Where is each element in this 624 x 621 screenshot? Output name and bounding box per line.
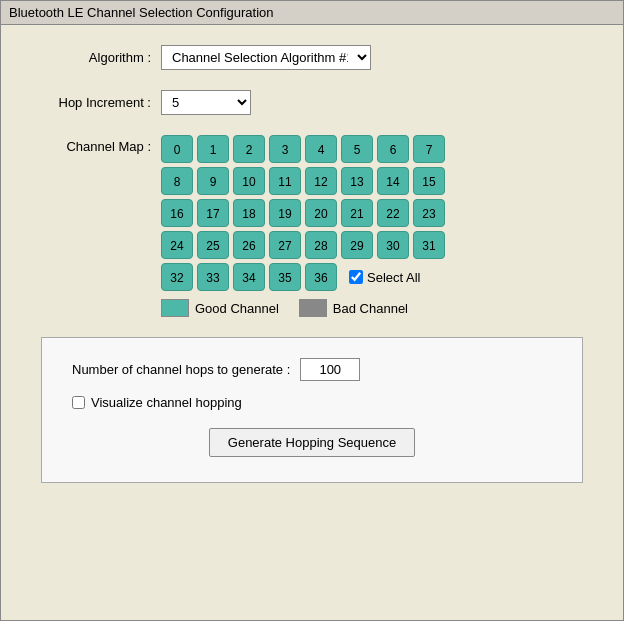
algorithm-label: Algorithm : bbox=[31, 50, 161, 65]
channel-btn-16[interactable]: 16 bbox=[161, 199, 193, 227]
channel-row-1: 8 9 10 11 12 13 14 15 bbox=[161, 167, 445, 195]
channel-btn-22[interactable]: 22 bbox=[377, 199, 409, 227]
channel-btn-36[interactable]: 36 bbox=[305, 263, 337, 291]
generate-button[interactable]: Generate Hopping Sequence bbox=[209, 428, 415, 457]
legend-row: Good Channel Bad Channel bbox=[161, 299, 445, 317]
channel-btn-0[interactable]: 0 bbox=[161, 135, 193, 163]
channel-row-3: 24 25 26 27 28 29 30 31 bbox=[161, 231, 445, 259]
channel-map-area: 0 1 2 3 4 5 6 7 8 9 10 11 bbox=[161, 135, 445, 317]
channel-btn-33[interactable]: 33 bbox=[197, 263, 229, 291]
channel-btn-25[interactable]: 25 bbox=[197, 231, 229, 259]
channel-btn-8[interactable]: 8 bbox=[161, 167, 193, 195]
channel-btn-17[interactable]: 17 bbox=[197, 199, 229, 227]
channel-row-2: 16 17 18 19 20 21 22 23 bbox=[161, 199, 445, 227]
content-area: Algorithm : Channel Selection Algorithm … bbox=[1, 25, 623, 503]
channel-btn-7[interactable]: 7 bbox=[413, 135, 445, 163]
good-channel-legend: Good Channel bbox=[161, 299, 279, 317]
channel-btn-21[interactable]: 21 bbox=[341, 199, 373, 227]
channel-btn-34[interactable]: 34 bbox=[233, 263, 265, 291]
channel-btn-10[interactable]: 10 bbox=[233, 167, 265, 195]
channel-btn-27[interactable]: 27 bbox=[269, 231, 301, 259]
channel-btn-5[interactable]: 5 bbox=[341, 135, 373, 163]
channel-btn-35[interactable]: 35 bbox=[269, 263, 301, 291]
hops-label: Number of channel hops to generate : bbox=[72, 362, 290, 377]
channel-map-row: Channel Map : 0 1 2 3 4 5 6 7 bbox=[31, 135, 593, 317]
visualize-label: Visualize channel hopping bbox=[91, 395, 242, 410]
channel-btn-20[interactable]: 20 bbox=[305, 199, 337, 227]
hops-input[interactable] bbox=[300, 358, 360, 381]
hops-row: Number of channel hops to generate : bbox=[72, 358, 552, 381]
channel-btn-11[interactable]: 11 bbox=[269, 167, 301, 195]
channel-btn-28[interactable]: 28 bbox=[305, 231, 337, 259]
title-bar: Bluetooth LE Channel Selection Configura… bbox=[1, 1, 623, 25]
channel-btn-23[interactable]: 23 bbox=[413, 199, 445, 227]
hop-increment-label: Hop Increment : bbox=[31, 95, 161, 110]
channel-btn-24[interactable]: 24 bbox=[161, 231, 193, 259]
hop-increment-select[interactable]: 5 6 7 8 9 10 bbox=[161, 90, 251, 115]
algorithm-select[interactable]: Channel Selection Algorithm #1 Channel S… bbox=[161, 45, 371, 70]
channel-btn-31[interactable]: 31 bbox=[413, 231, 445, 259]
channel-btn-2[interactable]: 2 bbox=[233, 135, 265, 163]
visualize-checkbox[interactable] bbox=[72, 396, 85, 409]
channel-btn-13[interactable]: 13 bbox=[341, 167, 373, 195]
bad-channel-box bbox=[299, 299, 327, 317]
algorithm-row: Algorithm : Channel Selection Algorithm … bbox=[31, 45, 593, 70]
select-all-label: Select All bbox=[367, 270, 420, 285]
channel-row-0: 0 1 2 3 4 5 6 7 bbox=[161, 135, 445, 163]
channel-btn-26[interactable]: 26 bbox=[233, 231, 265, 259]
select-all-checkbox[interactable] bbox=[349, 270, 363, 284]
channel-row-4: 32 33 34 35 36 Select All bbox=[161, 263, 445, 291]
channel-btn-12[interactable]: 12 bbox=[305, 167, 337, 195]
channel-btn-30[interactable]: 30 bbox=[377, 231, 409, 259]
channel-btn-19[interactable]: 19 bbox=[269, 199, 301, 227]
channel-grid: 0 1 2 3 4 5 6 7 8 9 10 11 bbox=[161, 135, 445, 291]
channel-btn-6[interactable]: 6 bbox=[377, 135, 409, 163]
channel-btn-32[interactable]: 32 bbox=[161, 263, 193, 291]
bad-channel-label: Bad Channel bbox=[333, 301, 408, 316]
channel-btn-15[interactable]: 15 bbox=[413, 167, 445, 195]
good-channel-label: Good Channel bbox=[195, 301, 279, 316]
channel-btn-9[interactable]: 9 bbox=[197, 167, 229, 195]
hop-increment-row: Hop Increment : 5 6 7 8 9 10 bbox=[31, 90, 593, 115]
select-all-container: Select All bbox=[349, 270, 420, 285]
channel-map-label: Channel Map : bbox=[31, 135, 161, 154]
channel-btn-29[interactable]: 29 bbox=[341, 231, 373, 259]
page-title: Bluetooth LE Channel Selection Configura… bbox=[9, 5, 274, 20]
visualize-row: Visualize channel hopping bbox=[72, 395, 552, 410]
good-channel-box bbox=[161, 299, 189, 317]
channel-btn-4[interactable]: 4 bbox=[305, 135, 337, 163]
channel-btn-18[interactable]: 18 bbox=[233, 199, 265, 227]
bad-channel-legend: Bad Channel bbox=[299, 299, 408, 317]
channel-btn-1[interactable]: 1 bbox=[197, 135, 229, 163]
inner-box: Number of channel hops to generate : Vis… bbox=[41, 337, 583, 483]
main-container: Bluetooth LE Channel Selection Configura… bbox=[0, 0, 624, 621]
channel-btn-14[interactable]: 14 bbox=[377, 167, 409, 195]
channel-btn-3[interactable]: 3 bbox=[269, 135, 301, 163]
